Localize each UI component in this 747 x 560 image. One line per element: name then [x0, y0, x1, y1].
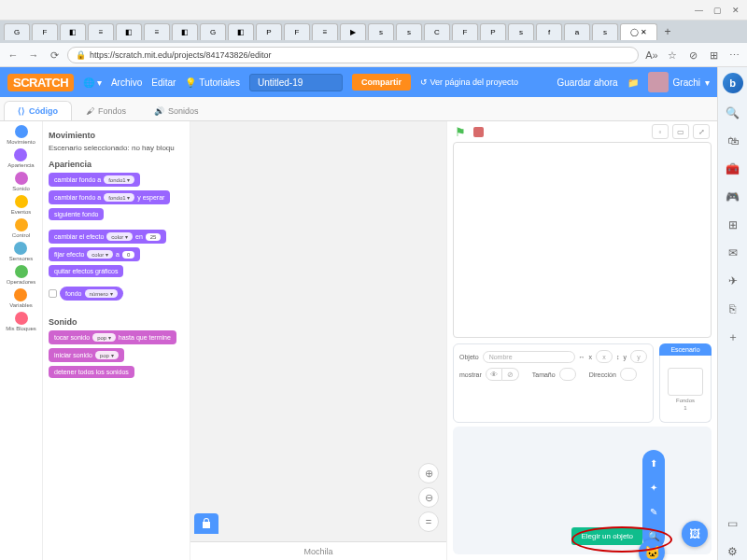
upload-sprite-icon[interactable]: ⬆	[644, 454, 663, 472]
sprite-x-input[interactable]: x	[596, 350, 613, 363]
share-button[interactable]: Compartir	[352, 74, 411, 91]
sprite-dir-input[interactable]	[620, 368, 637, 381]
show-icon[interactable]: 👁	[486, 368, 502, 381]
browser-tab[interactable]: ≡	[144, 23, 170, 40]
tab-sonidos[interactable]: 🔊Sonidos	[140, 101, 213, 120]
stage-large-button[interactable]: ▭	[672, 124, 689, 139]
browser-tab[interactable]: a	[564, 23, 590, 40]
refresh-button[interactable]: ⟳	[47, 48, 62, 63]
block-cambiar-fondo[interactable]: cambiar fondo afondo1 ▾	[49, 173, 140, 187]
block-siguiente-fondo[interactable]: siguiente fondo	[49, 208, 104, 220]
browser-tab[interactable]: s	[396, 23, 422, 40]
block-detener-sonidos[interactable]: detener todos los sonidos	[49, 366, 134, 378]
browser-tab[interactable]: ≡	[88, 23, 114, 40]
block-cambiar-fondo-esperar[interactable]: cambiar fondo afondo1 ▾y esperar	[49, 190, 170, 204]
folder-icon[interactable]: 📁	[627, 77, 639, 88]
script-workspace[interactable]: ⊕ ⊖ = Mochila	[190, 121, 446, 560]
stage-canvas[interactable]	[453, 142, 712, 338]
sidebar-collapse-icon[interactable]: ▭	[725, 515, 741, 532]
cat-movimiento[interactable]: Movimiento	[7, 125, 35, 145]
sync-icon[interactable]: ⊘	[685, 48, 700, 63]
browser-tab[interactable]: s	[592, 23, 618, 40]
browser-tab[interactable]: C	[424, 23, 450, 40]
forward-button[interactable]: →	[26, 48, 41, 63]
stage-thumbnail[interactable]	[668, 368, 703, 396]
browser-tab[interactable]: G	[4, 23, 30, 40]
block-iniciar-sonido[interactable]: iniciar sonidopop ▾	[49, 348, 124, 362]
add-sprite-fab[interactable]: 🐱	[639, 539, 665, 560]
add-icon[interactable]: ＋	[725, 329, 741, 345]
stage-selector[interactable]: Escenario Fondos 1	[659, 343, 712, 423]
browser-tab[interactable]: F	[284, 23, 310, 40]
scratch-logo[interactable]: SCRATCH	[7, 74, 74, 91]
browser-tab[interactable]: s	[508, 23, 534, 40]
sprite-size-input[interactable]	[559, 368, 576, 381]
tab-codigo[interactable]: ⟨⟩Código	[4, 101, 72, 120]
drop-icon[interactable]: ⎘	[725, 301, 741, 317]
menu-archivo[interactable]: Archivo	[111, 77, 142, 88]
back-button[interactable]: ←	[6, 48, 21, 63]
bing-chat-icon[interactable]: b	[723, 73, 743, 93]
cat-eventos[interactable]: Eventos	[11, 195, 32, 215]
settings-icon[interactable]: ⚙	[725, 543, 741, 560]
block-tocar-sonido[interactable]: tocar sonidopop ▾hasta que termine	[49, 330, 176, 344]
office-icon[interactable]: ⊞	[725, 217, 741, 233]
send-icon[interactable]: ✈	[725, 273, 741, 289]
backpack-toggle[interactable]	[194, 513, 218, 534]
tab-fondos[interactable]: 🖌Fondos	[72, 101, 140, 120]
browser-tab[interactable]: ▶	[340, 23, 366, 40]
stage-full-button[interactable]: ⤢	[693, 124, 710, 139]
collections-icon[interactable]: ⊞	[706, 48, 721, 63]
menu-editar[interactable]: Editar	[151, 77, 176, 88]
browser-tab[interactable]: f	[536, 23, 562, 40]
cat-control[interactable]: Control	[12, 218, 30, 238]
address-bar[interactable]: 🔒 https://scratch.mit.edu/projects/84174…	[67, 47, 639, 63]
os-max-icon[interactable]: ▢	[713, 6, 723, 15]
project-title-input[interactable]	[249, 74, 343, 91]
add-backdrop-fab[interactable]: 🖼	[682, 521, 708, 547]
cat-sensores[interactable]: Sensores	[9, 242, 33, 261]
favorite-icon[interactable]: ☆	[665, 48, 680, 63]
green-flag-icon[interactable]: ⚑	[455, 125, 466, 139]
cat-operadores[interactable]: Operadores	[7, 265, 36, 285]
tools-icon[interactable]: 🧰	[725, 161, 741, 177]
browser-tab-active[interactable]: ◯ ✕	[620, 23, 657, 40]
reporter-checkbox[interactable]	[49, 289, 57, 298]
browser-tab[interactable]: P	[256, 23, 282, 40]
zoom-reset-button[interactable]: =	[418, 511, 439, 532]
menu-icon[interactable]: ⋯	[726, 48, 741, 63]
mochila-bar[interactable]: Mochila	[190, 541, 446, 560]
cat-variables[interactable]: Variables	[9, 288, 33, 308]
cat-apariencia[interactable]: Apariencia	[7, 148, 34, 168]
browser-tab[interactable]: ◧	[116, 23, 142, 40]
shopping-icon[interactable]: 🛍	[725, 133, 741, 149]
block-cambiar-efecto[interactable]: cambiar el efectocolor ▾en25	[49, 230, 166, 244]
outlook-icon[interactable]: ✉	[725, 245, 741, 261]
browser-tab[interactable]: P	[480, 23, 506, 40]
stage-small-button[interactable]: ▫	[652, 124, 669, 139]
cat-misbloques[interactable]: Mis Bloques	[6, 312, 36, 331]
search-icon[interactable]: 🔍	[725, 105, 741, 121]
hide-icon[interactable]: ⊘	[502, 368, 519, 381]
globe-icon[interactable]: 🌐 ▾	[83, 77, 102, 88]
browser-tab[interactable]: ≡	[312, 23, 338, 40]
menu-tutoriales[interactable]: 💡Tutoriales	[185, 77, 240, 88]
new-tab-button[interactable]: +	[659, 25, 676, 38]
save-now[interactable]: Guardar ahora	[557, 77, 618, 88]
sprite-y-input[interactable]: y	[630, 350, 647, 363]
zoom-in-button[interactable]: ⊕	[418, 463, 439, 483]
os-close-icon[interactable]: ✕	[732, 6, 741, 15]
browser-tab[interactable]: ◧	[172, 23, 198, 40]
browser-tab[interactable]: G	[200, 23, 226, 40]
cat-sonido[interactable]: Sonido	[12, 172, 30, 191]
user-menu[interactable]: Grachi ▾	[648, 72, 710, 92]
block-fijar-efecto[interactable]: fijar efectocolor ▾a0	[49, 247, 140, 261]
zoom-out-button[interactable]: ⊖	[418, 487, 439, 508]
browser-tab[interactable]: s	[368, 23, 394, 40]
browser-tab[interactable]: F	[32, 23, 58, 40]
paint-sprite-icon[interactable]: ✎	[644, 502, 663, 521]
browser-tab[interactable]: ◧	[228, 23, 254, 40]
games-icon[interactable]: 🎮	[725, 189, 741, 205]
sprite-name-input[interactable]: Nombre	[483, 351, 575, 363]
project-page-link[interactable]: ↺ Ver página del proyecto	[420, 77, 518, 87]
